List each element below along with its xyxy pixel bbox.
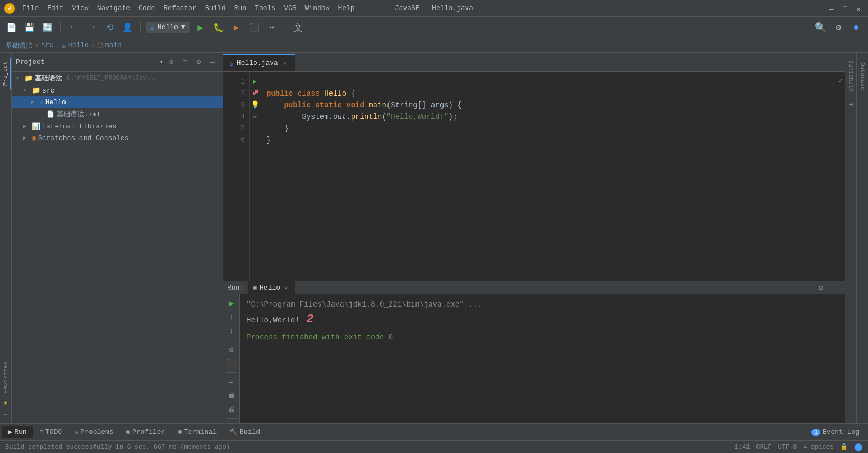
- profiler-tab-icon: ◉: [126, 428, 130, 436]
- tab-close-button[interactable]: ✕: [281, 60, 289, 67]
- run-panel-settings[interactable]: ⚙: [815, 282, 827, 293]
- run-print-button[interactable]: 🖨: [226, 403, 237, 415]
- run-settings-btn[interactable]: ⚙: [226, 344, 237, 355]
- event-log-tab[interactable]: 1 Event Log: [805, 426, 866, 438]
- back-button[interactable]: ←: [66, 20, 81, 35]
- maximize-button[interactable]: □: [843, 5, 850, 12]
- translate-button[interactable]: 文: [291, 20, 306, 35]
- tree-item-scratches[interactable]: ▶ ◉ Scratches and Consoles: [12, 132, 223, 144]
- menu-run[interactable]: Run: [231, 3, 250, 13]
- user-button[interactable]: 👤: [120, 20, 135, 35]
- src-folder-icon: 📁: [32, 86, 40, 95]
- stop-button[interactable]: ⬛: [247, 20, 262, 35]
- problems-tab-icon: ⚠: [75, 428, 78, 436]
- run-stop-button[interactable]: ⬛: [226, 357, 237, 369]
- tree-item-root[interactable]: ▾ 📁 基础语法 C:\MYSELF_PROGRAM\Jav...: [12, 72, 223, 85]
- menu-view[interactable]: View: [69, 3, 91, 13]
- database-tab[interactable]: Database: [858, 57, 867, 96]
- menu-edit[interactable]: Edit: [44, 3, 67, 13]
- menu-tools[interactable]: Tools: [252, 3, 279, 13]
- menu-build[interactable]: Build: [202, 3, 229, 13]
- menu-bar: File Edit View Navigate Code Refactor Bu…: [19, 3, 358, 13]
- run-button[interactable]: ▶: [193, 20, 208, 35]
- run-hello-text: Hello,World!: [246, 316, 300, 325]
- close-button[interactable]: ✕: [856, 5, 864, 12]
- menu-refactor[interactable]: Refactor: [160, 3, 199, 13]
- open-button[interactable]: 💾: [22, 20, 37, 35]
- new-file-button[interactable]: 📄: [4, 20, 19, 35]
- debug-button[interactable]: 🐛: [211, 20, 226, 35]
- undo-button[interactable]: ⟲: [102, 20, 117, 35]
- terminal-tab-icon: ▣: [178, 428, 181, 436]
- run-scroll-up[interactable]: ↑: [226, 311, 237, 323]
- structure-icon[interactable]: ⊞: [848, 100, 853, 109]
- hello-arrow: ▶: [31, 99, 37, 105]
- tree-item-iml[interactable]: ▶ 📄 基础语法.iml: [12, 108, 223, 121]
- forward-button[interactable]: →: [84, 20, 99, 35]
- breadcrumb-src[interactable]: src: [41, 41, 53, 49]
- run-clear-button[interactable]: 🗑: [226, 390, 237, 401]
- status-chrome-icon: ⬤: [854, 442, 863, 451]
- sidebar-tree: ▾ 📁 基础语法 C:\MYSELF_PROGRAM\Jav... ▾ 📁 sr…: [12, 72, 223, 423]
- structure-tab[interactable]: Structure: [846, 56, 856, 96]
- search-everywhere-button[interactable]: 🔍: [813, 20, 828, 35]
- sidebar-header: Project ▾ ⊕ ≡ ⚙ —: [12, 53, 223, 72]
- breadcrumb-main[interactable]: ⬡ main: [97, 41, 122, 50]
- more-icon[interactable]: ⋯: [3, 410, 7, 419]
- favorites-icon[interactable]: ★: [3, 398, 7, 407]
- run-wrap-button[interactable]: ↩: [226, 376, 237, 387]
- tab-todo[interactable]: ≡ TODO: [33, 426, 68, 438]
- menu-file[interactable]: File: [19, 3, 42, 13]
- sync-button[interactable]: 🔄: [40, 20, 55, 35]
- run-hello-tab[interactable]: ▣ Hello ✕: [248, 281, 295, 294]
- tab-build[interactable]: 🔨 Build: [223, 426, 266, 438]
- bulb-icon[interactable]: 💡: [251, 99, 260, 111]
- root-folder-icon: 📁: [24, 74, 33, 82]
- status-encoding[interactable]: UTF-8: [778, 443, 797, 451]
- locate-file-button[interactable]: ⊕: [165, 57, 177, 68]
- tab-hello-java[interactable]: ☕ Hello.java ✕: [223, 54, 295, 71]
- tree-item-ext-libs[interactable]: ▶ 📊 External Libraries: [12, 121, 223, 132]
- breadcrumb-root[interactable]: 基础语法: [5, 41, 33, 50]
- tree-settings-button[interactable]: ⚙: [193, 57, 205, 68]
- run-left-toolbar: ▶ ↑ ↓ ⚙ ⬛ ↩ 🗑 🖨 ⋯: [223, 294, 240, 423]
- run-config-dropdown[interactable]: ☕ Hello ▼: [146, 22, 190, 33]
- toolbar-sep-3: [285, 22, 285, 33]
- tab-problems[interactable]: ⚠ Problems: [68, 426, 120, 438]
- menu-code[interactable]: Code: [135, 3, 158, 13]
- run-panel-minimize[interactable]: —: [829, 282, 841, 293]
- run-line1-button[interactable]: ▶: [253, 76, 256, 88]
- collapse-all-button[interactable]: ≡: [179, 57, 191, 68]
- collapse-icon[interactable]: ⊟: [253, 111, 256, 123]
- menu-window[interactable]: Window: [302, 3, 333, 13]
- tab-terminal[interactable]: ▣ Terminal: [171, 426, 223, 438]
- minimize-button[interactable]: —: [829, 5, 836, 12]
- run-sep-2: [226, 372, 237, 373]
- run-output-process: Process finished with exit code 0: [246, 331, 838, 343]
- tab-profiler[interactable]: ◉ Profiler: [120, 426, 172, 438]
- status-bar: Build completed successfully in 6 sec, 6…: [0, 440, 868, 453]
- tab-run[interactable]: ▶ Run: [2, 426, 33, 438]
- favorites-side-tab[interactable]: Favorites: [1, 357, 11, 397]
- code-content[interactable]: public class Hello { public static void …: [260, 72, 836, 281]
- menu-help[interactable]: Help: [335, 3, 357, 13]
- menu-vcs[interactable]: VCS: [281, 3, 299, 13]
- close-sidebar-button[interactable]: —: [207, 57, 218, 68]
- breadcrumb-hello[interactable]: ☕ Hello: [62, 41, 89, 50]
- status-line-endings[interactable]: CRLF: [756, 443, 772, 451]
- settings-button[interactable]: ⚙: [831, 20, 846, 35]
- run-tab-close[interactable]: ✕: [282, 284, 290, 291]
- update-button[interactable]: ●: [849, 20, 864, 35]
- run-play-button[interactable]: ▶: [226, 298, 237, 309]
- run-scroll-down[interactable]: ↓: [226, 325, 237, 337]
- tree-item-src[interactable]: ▾ 📁 src: [12, 85, 223, 96]
- more-run-button[interactable]: ⋯: [265, 20, 280, 35]
- left-edge-panel: Project Favorites ★ ⋯: [0, 53, 12, 423]
- tree-item-hello[interactable]: ▶ ☕ Hello: [12, 96, 223, 108]
- status-indent[interactable]: 4 spaces: [803, 443, 834, 451]
- project-side-tab[interactable]: Project: [1, 57, 11, 90]
- menu-navigate[interactable]: Navigate: [94, 3, 133, 13]
- run-line2-icon: ▶: [253, 88, 256, 99]
- status-line-col[interactable]: 1:41: [735, 443, 750, 451]
- coverage-button[interactable]: ▶: [229, 20, 244, 35]
